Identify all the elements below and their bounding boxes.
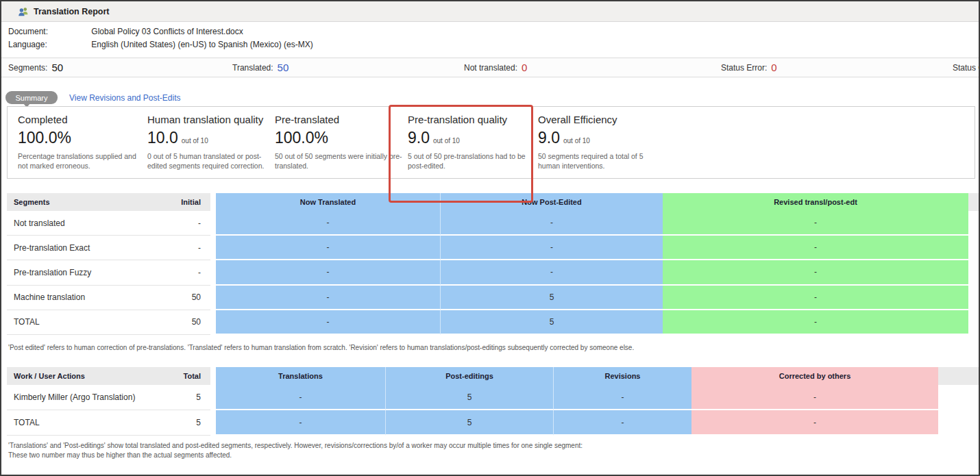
segments-table-footnote: 'Post edited' refers to human correction… [8, 344, 634, 351]
document-label: Document: [8, 27, 89, 36]
cell-corrected-by-others: - [691, 385, 938, 410]
stat-status-error: Status Error: 0 [721, 58, 777, 77]
card-completed: Completed 100.0% Percentage translations… [18, 114, 145, 171]
stat-not-translated: Not translated: 0 [464, 58, 527, 77]
card-pre-translated: Pre-translated 100.0% 50 out of 50 segme… [275, 114, 402, 171]
cell-spacer [938, 410, 980, 436]
card-value: 9.0 [408, 129, 430, 147]
card-human-translation-quality: Human translation quality 10.0 out of 10… [147, 114, 275, 171]
card-title: Pre-translated [275, 114, 402, 125]
cell-initial: 50 [159, 310, 210, 335]
language-row: Language: English (United States) (en-US… [8, 40, 313, 49]
header-initial: Initial [159, 193, 210, 211]
header-work-user-actions: Work / User Actions [7, 367, 159, 385]
card-suffix: out of 10 [182, 137, 208, 145]
header-total: Total [159, 367, 210, 385]
cell-now-translated: - [216, 236, 440, 260]
document-value: Global Policy 03 Conflicts of Interest.d… [91, 27, 243, 36]
cell-revisions: - [553, 410, 691, 436]
header-spacer [968, 193, 980, 211]
cell-now-translated: - [216, 286, 440, 310]
cell-now-translated: - [216, 310, 440, 335]
stat-segments-label: Segments: [8, 63, 47, 73]
row-gap [210, 211, 216, 236]
cell-revised: - [663, 211, 968, 236]
cell-now-post-edited: 5 [440, 310, 663, 335]
cell-spacer [968, 211, 980, 236]
tab-summary[interactable]: Summary [5, 91, 58, 104]
cell-now-translated: - [216, 211, 440, 236]
stat-translated-label: Translated: [232, 63, 273, 73]
cell-revised: - [663, 260, 968, 285]
stat-not-translated-value: 0 [522, 62, 527, 73]
actions-table-footnote-line2: These two number may thus be higher than… [8, 451, 232, 459]
language-value: English (United States) (en-US) to Spani… [91, 40, 313, 49]
cell-total: 5 [159, 410, 210, 436]
cell-now-translated: - [216, 260, 440, 285]
header-gap [210, 367, 216, 385]
cell-now-post-edited: - [440, 260, 663, 285]
card-title: Human translation quality [147, 114, 275, 125]
row-label: Not translated [7, 211, 159, 236]
cell-post-editings: 5 [385, 410, 553, 436]
table-row-total: TOTAL 5 - 5 - - [7, 410, 980, 436]
card-description: 5 out of 50 pre-translations had to be p… [408, 152, 535, 171]
segments-table-header: Segments Initial Now Translated Now Post… [7, 193, 980, 211]
cell-spacer [938, 385, 980, 410]
header-now-post-edited: Now Post-Edited [440, 193, 663, 211]
cell-spacer [968, 310, 980, 335]
cell-initial: - [159, 236, 210, 260]
header-gap [210, 193, 216, 211]
language-label: Language: [8, 40, 89, 49]
document-row: Document: Global Policy 03 Conflicts of … [8, 27, 243, 36]
card-title: Pre-translation quality [408, 114, 535, 125]
row-gap [210, 236, 216, 260]
cell-total: 5 [159, 385, 210, 410]
header-corrected-by-others: Corrected by others [691, 367, 938, 385]
card-value: 100.0% [18, 129, 71, 147]
card-value: 9.0 [538, 129, 560, 147]
stat-status-ok-truncated: Status O [953, 58, 980, 77]
cell-spacer [968, 260, 980, 285]
card-pre-translation-quality: Pre-translation quality 9.0 out of 10 5 … [408, 114, 535, 171]
cell-revised: - [663, 236, 968, 260]
row-gap [210, 385, 216, 410]
segments-table: Segments Initial Now Translated Now Post… [7, 193, 980, 335]
cell-revised: - [663, 310, 968, 335]
header-revisions: Revisions [553, 367, 691, 385]
stat-translated-value[interactable]: 50 [278, 62, 289, 73]
table-row-total: TOTAL 50 - 5 - [7, 310, 980, 335]
cell-translations: - [216, 385, 385, 410]
card-description: 50 segments required a total of 5 human … [538, 152, 665, 171]
row-label: Pre-translation Fuzzy [7, 260, 159, 285]
header-translations: Translations [216, 367, 385, 385]
translation-report-window: Translation Report Document: Global Poli… [0, 0, 980, 476]
card-suffix: out of 10 [433, 137, 460, 145]
stat-status-error-label: Status Error: [721, 63, 767, 73]
stat-status-error-value: 0 [771, 62, 776, 73]
card-overall-efficiency: Overall Efficiency 9.0 out of 10 50 segm… [538, 114, 665, 171]
table-row: Not translated - - - - [7, 211, 980, 236]
cell-revised: - [663, 286, 968, 310]
view-revisions-link[interactable]: View Revisions and Post-Edits [69, 93, 181, 103]
summary-cards-panel: Completed 100.0% Percentage translations… [7, 106, 975, 179]
header-post-editings: Post-editings [385, 367, 553, 385]
actions-table-footnote-line1: 'Translations' and 'Post-editings' show … [8, 442, 583, 449]
header-revised: Revised transl/post-edt [663, 193, 968, 211]
row-label: TOTAL [7, 410, 159, 436]
cell-translations: - [216, 410, 385, 436]
cell-spacer [968, 236, 980, 260]
table-row: Machine translation 50 - 5 - [7, 286, 980, 310]
row-label: Kimberly Miller (Argo Translation) [7, 385, 159, 410]
cell-revisions: - [553, 385, 691, 410]
header-spacer [938, 367, 980, 385]
cell-initial: - [159, 260, 210, 285]
card-title: Overall Efficiency [538, 114, 665, 125]
stat-not-translated-label: Not translated: [464, 63, 517, 73]
title-bar: Translation Report [1, 1, 979, 22]
cell-corrected-by-others: - [691, 410, 938, 436]
card-value: 100.0% [275, 129, 328, 147]
header-segments: Segments [7, 193, 159, 211]
row-gap [210, 260, 216, 285]
cell-post-editings: 5 [385, 385, 553, 410]
